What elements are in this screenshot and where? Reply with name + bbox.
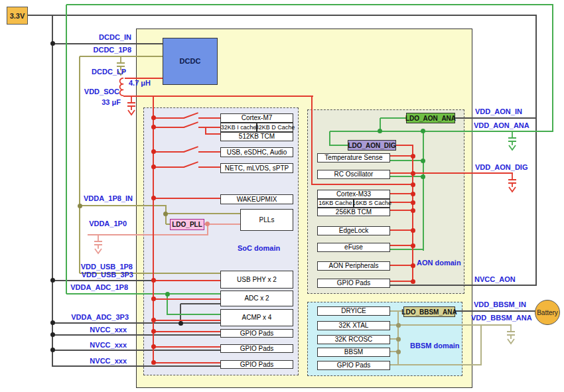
wire-edgelock-red (390, 229, 413, 231)
wire-green-aon-rail (423, 131, 424, 251)
wire-temp-green-stub (390, 160, 424, 161)
wire-ldo-dig-out (396, 145, 413, 146)
block-256kb-tcm: 256KB TCM (317, 208, 390, 216)
junction-dot (411, 228, 415, 233)
wire-netc-seg2 (198, 166, 220, 168)
pin-vdda-1p8-in: VDDA_1P8_IN (53, 195, 133, 202)
block-ldo-aon-dig: LDO_AON_DIG (348, 140, 396, 151)
pin-vdd-usb-3p3: VDD_USB_3P3 (54, 271, 133, 279)
block-gpio-pads-3: GPIO Pads (220, 360, 293, 369)
block-512kb-tcm: 512KB TCM (220, 132, 293, 141)
wire-gpio2-red (153, 346, 220, 348)
junction-dot (396, 323, 401, 328)
block-16kb-cache: 16KB Cache (317, 199, 354, 208)
junction-dot (421, 159, 425, 163)
soc-domain-label: SoC domain (238, 244, 280, 252)
pin-nvcc-aon: NVCC_AON (474, 276, 516, 283)
pin-dcdc-1p8: DCDC_1P8 (52, 46, 131, 54)
junction-dot (151, 149, 156, 154)
block-gpio-pads-2: GPIO Pads (220, 344, 293, 353)
wire-wakeupmix (153, 198, 220, 199)
junction-dot (50, 320, 55, 325)
wire-adc-1p8-to-acmp (167, 314, 220, 315)
wire-cache-seg (153, 127, 184, 128)
wire-vdd-aon-ana (330, 131, 553, 132)
block-acmp: ACMP x 4 (220, 309, 293, 326)
wire-vdd-soc-drop (311, 96, 313, 185)
wire-ldo-pll-out (204, 224, 241, 225)
block-gpio-pads-1: GPIO Pads (220, 329, 293, 338)
pin-vdd-aon-ana: VDD_AON_ANA (474, 122, 529, 129)
wire-m33tcm-red (390, 210, 413, 211)
pin-dcdc-lp: DCDC_LP (46, 68, 126, 76)
block-netc-mlvds-sptp: NETC, mLVDS, sPTP (220, 163, 293, 173)
junction-dot (151, 296, 156, 301)
capacitor-ground-icon (93, 235, 104, 255)
pin-vdda-1p0: VDDA_1P0 (47, 220, 127, 228)
battery-label: Battery (537, 309, 558, 316)
wire-dcdc-in (52, 43, 163, 44)
junction-dot (411, 263, 415, 268)
block-aon-peripherals: AON Peripherals (317, 261, 390, 271)
wire-gpio1-red (153, 331, 220, 332)
wire-tcm-stub (206, 133, 220, 135)
aon-domain-label: AON domain (417, 259, 461, 267)
pin-vdd-usb-1p8: VDD_USB_1P8 (53, 263, 133, 271)
block-rc-oscillator: RC Oscillator (317, 170, 390, 179)
wire-rcosc-green-stub (390, 176, 424, 177)
pin-vdd-aon-in: VDD_AON_IN (475, 108, 522, 115)
supply-3v3-box: 3.3V (7, 7, 28, 25)
block-gpio-pads-bbsm: GPIO Pads (317, 361, 390, 370)
junction-dot (411, 192, 415, 196)
junction-dot (151, 278, 156, 283)
wire-vdda-adc-1p8 (66, 293, 220, 294)
block-dcdc: DCDC (163, 38, 218, 85)
wire-aongpio-red (390, 281, 413, 282)
wire-soc-rail (153, 96, 154, 363)
block-edgelock: EdgeLock (317, 226, 390, 235)
junction-dot (411, 279, 415, 284)
wire-cache-stub (206, 127, 220, 128)
wire-3v3-right-rail (535, 15, 537, 286)
wire-vdd-aon-dig (390, 172, 513, 174)
pin-nvcc-1: NVCC_xxx (47, 326, 127, 334)
block-bbsm: BBSM (317, 348, 390, 357)
wire-bbsm-gpio (390, 364, 482, 365)
pin-vdd-aon-dig: VDD_AON_DIG (475, 164, 528, 171)
capacitor-ground-icon (507, 174, 518, 194)
wire-ldo-dig-in (330, 145, 348, 146)
block-icache: 32KB I cache (220, 123, 257, 132)
wire-efuse-green-stub (390, 249, 424, 250)
junction-dot (396, 350, 401, 354)
junction-dot (411, 200, 415, 205)
block-ldo-aon-ana: LDO_AON_ANA (406, 113, 455, 123)
junction-dot (163, 212, 168, 216)
wire-vdd-bbsm-ana (390, 324, 512, 326)
block-dcache: 32KB D Cache (257, 123, 293, 132)
block-adc: ADC x 2 (220, 291, 293, 306)
wire-aon-rail (412, 145, 413, 282)
wire-vdd-bbsm-in (455, 310, 535, 312)
pin-nvcc-3: NVCC_xxx (47, 358, 127, 365)
capacitor-ground-icon (126, 97, 137, 117)
wire-vdd-soc-to-aon (312, 184, 413, 185)
wire-green-right-rail (552, 5, 553, 131)
wire-vdda-1p0 (88, 234, 208, 235)
wire-usb-seg2 (198, 151, 220, 153)
wire-netc-seg (153, 166, 184, 168)
block-usb-esdhc-audio: USB, eSDHC, Audio (220, 147, 293, 157)
wire-vdda-adc-3p3 (52, 322, 220, 324)
wire-m7-seg (153, 117, 184, 119)
capacitor-ground-icon (507, 132, 518, 152)
wire-m33-red (390, 193, 413, 194)
junction-dot (151, 344, 156, 349)
cap-value-label: 33 μF (41, 99, 121, 106)
wire-m33cache-red (390, 202, 413, 203)
block-ldo-pll: LDO_PLL (170, 219, 204, 230)
pin-vdda-adc-1p8: VDDA_ADC_1P8 (48, 284, 128, 291)
junction-dot (165, 292, 170, 296)
wire-ldo-dig-drop (329, 131, 330, 146)
capacitor-ground-icon (506, 326, 516, 346)
wire-adc-3p3-to-adc (180, 303, 220, 304)
junction-dot (411, 171, 415, 176)
